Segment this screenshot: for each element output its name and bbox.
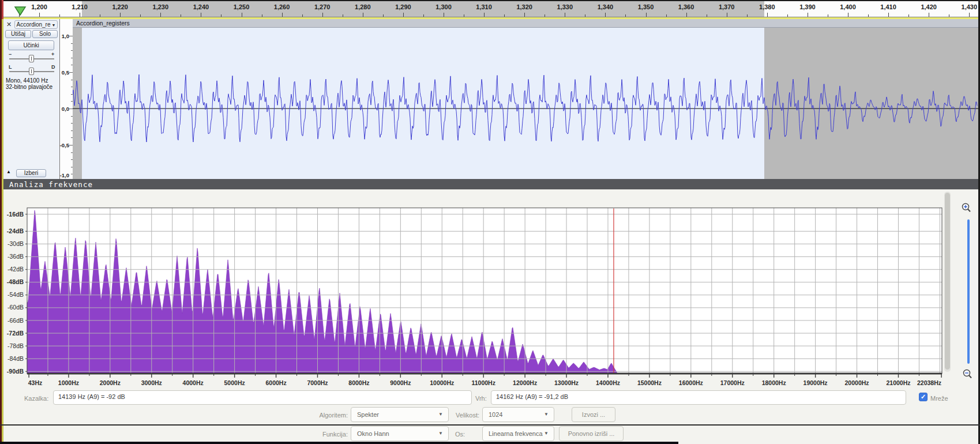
track-title-menu[interactable]: Accordion_re ▼ — [14, 20, 58, 29]
track-control-panel: ✕ Accordion_re ▼ Utišaj Solo Učinki − + … — [3, 19, 60, 179]
zoom-slider[interactable] — [967, 219, 970, 364]
timeline-label: 1,340 — [598, 3, 614, 10]
zoom-in-icon[interactable] — [960, 202, 973, 215]
vruler-label: 1,0 — [62, 33, 69, 39]
pan-left-label: L — [9, 64, 12, 70]
grids-checkbox[interactable]: ✓ — [919, 393, 928, 401]
track-title-short: Accordion_re — [17, 21, 51, 28]
function-dropdown[interactable]: Okno Hann▼ — [351, 426, 449, 441]
timeline-label: 1,250 — [234, 3, 250, 10]
x-tick-label: 21000Hz — [886, 379, 910, 386]
dropdown-arrow-icon: ▼ — [544, 431, 549, 436]
x-tick-label: 5000Hz — [224, 379, 245, 386]
timeline-label: 1,230 — [153, 3, 169, 10]
replot-button[interactable]: Ponovno izriši ... — [559, 426, 624, 441]
timeline-label: 1,380 — [759, 3, 775, 10]
x-tick-label: 22038Hz — [917, 379, 941, 386]
timeline-major-tick — [686, 13, 687, 17]
timeline-label: 1,320 — [516, 3, 532, 10]
x-tick-label: 16000Hz — [679, 379, 703, 386]
x-tick-label: 12000Hz — [513, 379, 537, 386]
close-track-icon[interactable]: ✕ — [6, 21, 12, 28]
x-tick-label: 9000Hz — [390, 379, 411, 386]
x-tick-label: 18000Hz — [762, 379, 786, 386]
x-tick-label: 11000Hz — [471, 379, 495, 386]
timeline-label: 1,270 — [314, 3, 331, 10]
timeline-major-tick — [727, 13, 727, 17]
size-label: Velikost: — [436, 412, 479, 419]
y-tick-label: -54dB — [7, 291, 24, 298]
gain-slider-thumb[interactable] — [29, 55, 34, 62]
timeline-label: 1,410 — [880, 3, 896, 10]
collapse-track-icon[interactable]: ▲ — [6, 169, 11, 174]
x-tick-label: 4000Hz — [183, 379, 204, 386]
gain-minus-label: − — [9, 51, 12, 57]
x-tick-label: 10000Hz — [430, 379, 454, 386]
timeline-major-tick — [39, 13, 40, 17]
vruler-label: 0,0 — [62, 106, 69, 112]
dialog-title-bar[interactable]: Analiza frekvence — [3, 179, 978, 189]
y-tick-label: -84dB — [7, 355, 24, 362]
timeline-label: 1,280 — [355, 3, 371, 10]
y-tick-label: -36dB — [7, 253, 24, 260]
select-track-button[interactable]: Izberi — [16, 169, 46, 177]
size-dropdown[interactable]: 1024▼ — [482, 407, 554, 422]
function-value: Okno Hann — [357, 430, 389, 437]
timeline-major-tick — [848, 13, 848, 17]
solo-button[interactable]: Solo — [32, 30, 58, 38]
timeline-major-tick — [646, 13, 647, 17]
vertical-scale-ruler[interactable]: 1,00,50,0-0,5-1,0 — [60, 19, 73, 179]
timeline-label: 1,260 — [274, 3, 290, 10]
cursor-label: Kazalka: — [24, 395, 48, 402]
pan-slider-thumb[interactable] — [29, 68, 34, 75]
x-tick-label: 1000Hz — [58, 379, 79, 386]
timeline-label: 1,300 — [435, 3, 452, 10]
timeline-major-tick — [929, 13, 929, 17]
mute-button[interactable]: Utišaj — [5, 30, 31, 38]
x-tick-label: 14000Hz — [596, 379, 620, 386]
timeline-label: 1,220 — [112, 3, 128, 10]
audio-track: ✕ Accordion_re ▼ Utišaj Solo Učinki − + … — [3, 19, 978, 179]
audacity-window: 1,2001,2101,2201,2301,2401,2501,2601,270… — [0, 0, 980, 444]
timeline-label: 1,400 — [840, 3, 856, 10]
vruler-label: -1,0 — [60, 172, 69, 178]
clip-title: Accordion_registers — [76, 20, 130, 27]
cursor-value-field[interactable]: 14139 Hz (A9) = -92 dB — [53, 390, 472, 405]
y-tick-label: -30dB — [7, 240, 24, 247]
axis-value: Linearna frekvenca — [489, 430, 543, 437]
peak-value-field[interactable]: 14162 Hz (A9) = -91,2 dB — [491, 390, 906, 405]
export-button[interactable]: Izvozi ... — [572, 407, 615, 422]
timeline-label: 1,360 — [678, 3, 694, 10]
timeline-major-tick — [605, 13, 606, 17]
pan-right-label: D — [51, 64, 55, 70]
timeline-major-tick — [808, 13, 808, 17]
y-tick-label: -16dB — [7, 211, 24, 218]
timeline-label: 1,310 — [476, 3, 492, 10]
y-tick-label: -42dB — [7, 266, 24, 273]
algorithm-label: Algoritem: — [305, 412, 348, 419]
y-tick-label: -78dB — [7, 342, 24, 349]
timeline-major-tick — [444, 13, 444, 17]
waveform-area[interactable]: Accordion_registers — [73, 19, 978, 179]
algorithm-dropdown[interactable]: Spekter▼ — [351, 407, 449, 422]
x-tick-label: 7000Hz — [307, 379, 328, 386]
timeline-major-tick — [565, 13, 565, 17]
axis-dropdown[interactable]: Linearna frekvenca▼ — [482, 426, 554, 441]
timeline-label: 1,370 — [719, 3, 735, 10]
x-tick-label: 6000Hz — [265, 379, 286, 386]
function-label: Funkcija: — [305, 431, 348, 438]
plot-scrollbar[interactable] — [944, 192, 951, 372]
spectrum-plot[interactable]: 43Hz1000Hz2000Hz3000Hz4000Hz5000Hz6000Hz… — [3, 189, 978, 404]
window-bottom-edge — [0, 424, 980, 426]
x-tick-label: 13000Hz — [554, 379, 579, 386]
x-tick-label: 17000Hz — [720, 379, 745, 386]
clip-title-bar[interactable]: Accordion_registers — [73, 19, 978, 28]
timeline-label: 1,210 — [72, 3, 88, 10]
timeline-ruler[interactable]: 1,2001,2101,2201,2301,2401,2501,2601,270… — [3, 1, 978, 17]
x-tick-label: 43Hz — [28, 379, 43, 386]
effects-button[interactable]: Učinki — [8, 40, 54, 50]
zoom-out-icon[interactable] — [961, 368, 974, 381]
track-format-line1: Mono, 44100 Hz — [6, 77, 48, 84]
y-tick-label: -24dB — [7, 227, 24, 234]
timeline-major-tick — [242, 13, 242, 17]
